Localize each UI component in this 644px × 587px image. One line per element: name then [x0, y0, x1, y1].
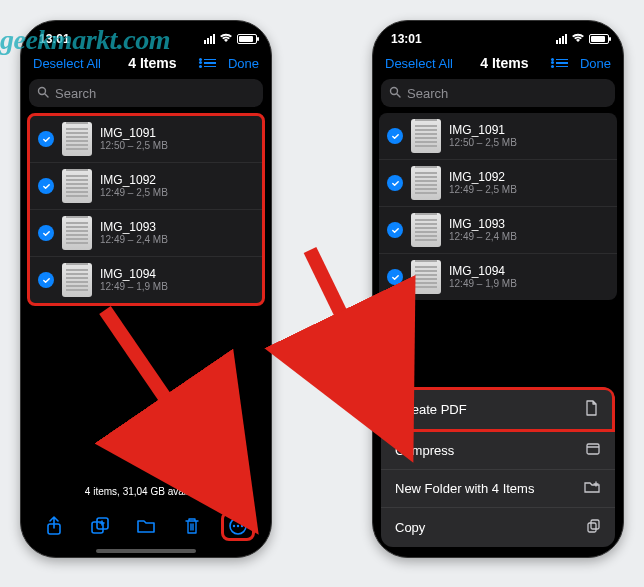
file-meta: 12:49 – 2,4 MB — [100, 234, 168, 246]
menu-copy[interactable]: Copy — [381, 508, 615, 547]
nav-bar: Deselect All 4 Items Done — [373, 51, 623, 77]
search-placeholder: Search — [55, 86, 96, 101]
check-icon[interactable] — [387, 175, 403, 191]
list-item[interactable]: IMG_109412:49 – 1,9 MB — [30, 257, 262, 303]
document-icon — [584, 400, 598, 419]
status-indicators — [556, 32, 609, 46]
file-thumbnail — [62, 216, 92, 250]
file-name: IMG_1094 — [100, 267, 168, 281]
svg-line-1 — [45, 94, 48, 97]
phone-screenshot-left: 13:01 Deselect All 4 Items Done Search I… — [20, 20, 272, 558]
status-time: 13:01 — [391, 32, 422, 46]
list-item[interactable]: IMG_109312:49 – 2,4 MB — [30, 210, 262, 257]
file-name: IMG_1091 — [449, 123, 517, 137]
svg-rect-12 — [587, 444, 599, 454]
menu-label: Copy — [395, 520, 425, 535]
svg-point-7 — [237, 525, 239, 527]
file-meta: 12:49 – 1,9 MB — [449, 278, 517, 290]
trash-button[interactable] — [175, 511, 209, 541]
file-meta: 12:50 – 2,5 MB — [100, 140, 168, 152]
menu-label: Compress — [395, 443, 454, 458]
search-icon — [389, 86, 401, 101]
svg-point-6 — [233, 525, 235, 527]
menu-create-pdf[interactable]: Create PDF — [381, 387, 615, 432]
svg-rect-15 — [591, 520, 599, 529]
notch — [438, 21, 558, 43]
deselect-all-button[interactable]: Deselect All — [33, 56, 101, 71]
file-thumbnail — [411, 213, 441, 247]
folder-plus-icon — [583, 480, 601, 497]
file-thumbnail — [411, 166, 441, 200]
status-indicators — [204, 32, 257, 46]
list-item[interactable]: IMG_109312:49 – 2,4 MB — [379, 207, 617, 254]
svg-line-11 — [397, 94, 400, 97]
file-thumbnail — [411, 260, 441, 294]
file-list: IMG_109112:50 – 2,5 MB IMG_109212:49 – 2… — [27, 113, 265, 306]
file-thumbnail — [62, 169, 92, 203]
done-button[interactable]: Done — [580, 56, 611, 71]
search-bar[interactable]: Search — [29, 79, 263, 107]
list-item[interactable]: IMG_109212:49 – 2,5 MB — [379, 160, 617, 207]
done-button[interactable]: Done — [228, 56, 259, 71]
check-icon[interactable] — [387, 269, 403, 285]
file-meta: 12:50 – 2,5 MB — [449, 137, 517, 149]
view-list-icon[interactable] — [556, 59, 568, 68]
watermark: geekmarkt.com — [0, 24, 170, 56]
file-meta: 12:49 – 2,5 MB — [100, 187, 168, 199]
file-meta: 12:49 – 1,9 MB — [100, 281, 168, 293]
svg-point-10 — [391, 87, 398, 94]
wifi-icon — [571, 32, 585, 46]
file-meta: 12:49 – 2,4 MB — [449, 231, 517, 243]
check-icon[interactable] — [38, 131, 54, 147]
file-name: IMG_1093 — [449, 217, 517, 231]
cellular-icon — [204, 34, 215, 44]
file-thumbnail — [62, 263, 92, 297]
file-name: IMG_1092 — [100, 173, 168, 187]
check-icon[interactable] — [38, 178, 54, 194]
menu-label: New Folder with 4 Items — [395, 481, 534, 496]
list-item[interactable]: IMG_109412:49 – 1,9 MB — [379, 254, 617, 300]
file-name: IMG_1093 — [100, 220, 168, 234]
file-name: IMG_1091 — [100, 126, 168, 140]
deselect-all-button[interactable]: Deselect All — [385, 56, 453, 71]
move-button[interactable] — [129, 511, 163, 541]
menu-compress[interactable]: Compress — [381, 432, 615, 470]
view-list-icon[interactable] — [204, 59, 216, 68]
footer-info: 4 items, 31,04 GB available — [21, 482, 271, 505]
file-name: IMG_1092 — [449, 170, 517, 184]
list-item[interactable]: IMG_109112:50 – 2,5 MB — [30, 116, 262, 163]
check-icon[interactable] — [38, 225, 54, 241]
duplicate-button[interactable] — [83, 511, 117, 541]
search-icon — [37, 86, 49, 101]
svg-point-0 — [39, 87, 46, 94]
file-list: IMG_109112:50 – 2,5 MB IMG_109212:49 – 2… — [379, 113, 617, 300]
battery-icon — [237, 34, 257, 44]
search-bar[interactable]: Search — [381, 79, 615, 107]
battery-icon — [589, 34, 609, 44]
list-item[interactable]: IMG_109212:49 – 2,5 MB — [30, 163, 262, 210]
file-name: IMG_1094 — [449, 264, 517, 278]
menu-new-folder[interactable]: New Folder with 4 Items — [381, 470, 615, 508]
footer: 4 items, 31,04 GB available — [21, 482, 271, 557]
nav-title: 4 Items — [480, 55, 528, 71]
archive-icon — [585, 442, 601, 459]
more-button[interactable] — [221, 511, 255, 541]
menu-label: Create PDF — [398, 402, 467, 417]
wifi-icon — [219, 32, 233, 46]
copy-icon — [585, 518, 601, 537]
check-icon[interactable] — [387, 128, 403, 144]
search-placeholder: Search — [407, 86, 448, 101]
check-icon[interactable] — [38, 272, 54, 288]
nav-title: 4 Items — [128, 55, 176, 71]
share-button[interactable] — [37, 511, 71, 541]
svg-point-8 — [241, 525, 243, 527]
list-item[interactable]: IMG_109112:50 – 2,5 MB — [379, 113, 617, 160]
home-indicator — [96, 549, 196, 553]
check-icon[interactable] — [387, 222, 403, 238]
cellular-icon — [556, 34, 567, 44]
action-menu: Create PDF Compress New Folder with 4 It… — [381, 387, 615, 547]
file-meta: 12:49 – 2,5 MB — [449, 184, 517, 196]
phone-screenshot-right: 13:01 Deselect All 4 Items Done Search I… — [372, 20, 624, 558]
file-thumbnail — [411, 119, 441, 153]
svg-rect-14 — [588, 523, 596, 532]
